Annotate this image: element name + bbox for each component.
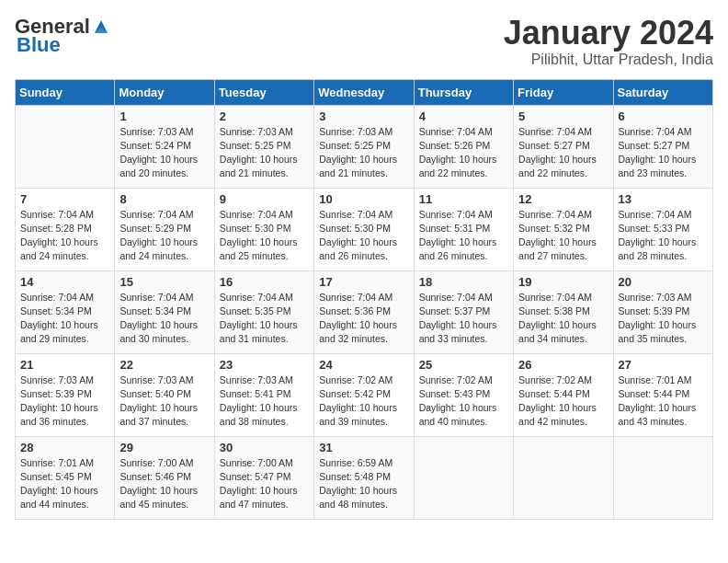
- day-header-tuesday: Tuesday: [214, 79, 313, 105]
- calendar-cell: 8Sunrise: 7:04 AM Sunset: 5:29 PM Daylig…: [115, 188, 214, 270]
- day-number: 3: [319, 109, 408, 123]
- day-number: 17: [319, 275, 408, 289]
- day-info: Sunrise: 7:04 AM Sunset: 5:27 PM Dayligh…: [619, 125, 708, 181]
- page-header: General Blue January 2024 Pilibhit, Utta…: [15, 15, 713, 68]
- day-info: Sunrise: 7:04 AM Sunset: 5:36 PM Dayligh…: [319, 291, 408, 347]
- day-header-saturday: Saturday: [613, 79, 712, 105]
- day-number: 4: [419, 109, 508, 123]
- day-info: Sunrise: 7:01 AM Sunset: 5:45 PM Dayligh…: [20, 456, 109, 512]
- day-info: Sunrise: 7:03 AM Sunset: 5:39 PM Dayligh…: [619, 291, 708, 347]
- day-info: Sunrise: 7:04 AM Sunset: 5:34 PM Dayligh…: [119, 291, 209, 347]
- day-info: Sunrise: 7:04 AM Sunset: 5:34 PM Dayligh…: [20, 291, 109, 347]
- day-info: Sunrise: 7:04 AM Sunset: 5:37 PM Dayligh…: [419, 291, 508, 347]
- calendar-cell: 31Sunrise: 6:59 AM Sunset: 5:48 PM Dayli…: [314, 436, 414, 519]
- day-number: 22: [119, 358, 209, 372]
- title-block: January 2024 Pilibhit, Uttar Pradesh, In…: [504, 15, 713, 68]
- calendar-cell: 9Sunrise: 7:04 AM Sunset: 5:30 PM Daylig…: [214, 188, 313, 270]
- day-info: Sunrise: 7:04 AM Sunset: 5:26 PM Dayligh…: [419, 125, 508, 181]
- day-info: Sunrise: 7:04 AM Sunset: 5:27 PM Dayligh…: [518, 125, 608, 181]
- calendar-cell: 12Sunrise: 7:04 AM Sunset: 5:32 PM Dayli…: [514, 188, 613, 270]
- day-number: 23: [220, 358, 309, 372]
- day-number: 26: [518, 358, 608, 372]
- day-info: Sunrise: 7:03 AM Sunset: 5:40 PM Dayligh…: [119, 373, 209, 430]
- day-number: 24: [319, 358, 408, 372]
- calendar-table: SundayMondayTuesdayWednesdayThursdayFrid…: [15, 79, 713, 520]
- day-info: Sunrise: 7:04 AM Sunset: 5:33 PM Dayligh…: [619, 208, 708, 264]
- calendar-cell: 1Sunrise: 7:03 AM Sunset: 5:24 PM Daylig…: [115, 105, 214, 188]
- calendar-cell: 29Sunrise: 7:00 AM Sunset: 5:46 PM Dayli…: [115, 436, 214, 519]
- day-info: Sunrise: 7:01 AM Sunset: 5:44 PM Dayligh…: [619, 373, 708, 430]
- calendar-cell: 20Sunrise: 7:03 AM Sunset: 5:39 PM Dayli…: [613, 270, 712, 353]
- day-number: 21: [20, 358, 109, 372]
- day-number: 13: [619, 192, 708, 206]
- day-number: 14: [20, 275, 109, 289]
- calendar-cell: 14Sunrise: 7:04 AM Sunset: 5:34 PM Dayli…: [16, 270, 115, 353]
- week-row-2: 7Sunrise: 7:04 AM Sunset: 5:28 PM Daylig…: [16, 188, 713, 270]
- day-number: 31: [319, 441, 408, 454]
- calendar-cell: 16Sunrise: 7:04 AM Sunset: 5:35 PM Dayli…: [214, 270, 313, 353]
- calendar-cell: 11Sunrise: 7:04 AM Sunset: 5:31 PM Dayli…: [414, 188, 513, 270]
- month-year-title: January 2024: [504, 15, 713, 52]
- day-info: Sunrise: 7:00 AM Sunset: 5:47 PM Dayligh…: [220, 456, 309, 512]
- calendar-cell: [514, 436, 613, 519]
- day-info: Sunrise: 7:04 AM Sunset: 5:30 PM Dayligh…: [220, 208, 309, 264]
- calendar-cell: 15Sunrise: 7:04 AM Sunset: 5:34 PM Dayli…: [115, 270, 214, 353]
- day-number: 15: [119, 275, 209, 289]
- day-number: 7: [20, 192, 109, 206]
- day-info: Sunrise: 7:04 AM Sunset: 5:31 PM Dayligh…: [419, 208, 508, 264]
- day-number: 27: [619, 358, 708, 372]
- day-number: 11: [419, 192, 508, 206]
- location-subtitle: Pilibhit, Uttar Pradesh, India: [504, 52, 713, 68]
- calendar-cell: 6Sunrise: 7:04 AM Sunset: 5:27 PM Daylig…: [613, 105, 712, 188]
- day-number: 30: [220, 441, 309, 454]
- day-info: Sunrise: 7:03 AM Sunset: 5:41 PM Dayligh…: [220, 373, 309, 430]
- calendar-cell: 7Sunrise: 7:04 AM Sunset: 5:28 PM Daylig…: [16, 188, 115, 270]
- calendar-cell: [414, 436, 513, 519]
- day-header-sunday: Sunday: [16, 79, 115, 105]
- logo-icon: [91, 17, 111, 37]
- day-number: 2: [220, 109, 309, 123]
- day-number: 12: [518, 192, 608, 206]
- calendar-cell: 22Sunrise: 7:03 AM Sunset: 5:40 PM Dayli…: [115, 353, 214, 436]
- calendar-cell: [613, 436, 712, 519]
- day-number: 19: [518, 275, 608, 289]
- calendar-cell: 10Sunrise: 7:04 AM Sunset: 5:30 PM Dayli…: [314, 188, 414, 270]
- calendar-cell: 21Sunrise: 7:03 AM Sunset: 5:39 PM Dayli…: [16, 353, 115, 436]
- calendar-cell: 28Sunrise: 7:01 AM Sunset: 5:45 PM Dayli…: [16, 436, 115, 519]
- week-row-4: 21Sunrise: 7:03 AM Sunset: 5:39 PM Dayli…: [16, 353, 713, 436]
- calendar-cell: 24Sunrise: 7:02 AM Sunset: 5:42 PM Dayli…: [314, 353, 414, 436]
- calendar-cell: 13Sunrise: 7:04 AM Sunset: 5:33 PM Dayli…: [613, 188, 712, 270]
- calendar-cell: 2Sunrise: 7:03 AM Sunset: 5:25 PM Daylig…: [214, 105, 313, 188]
- day-number: 29: [119, 441, 209, 454]
- day-number: 1: [119, 109, 209, 123]
- day-number: 18: [419, 275, 508, 289]
- calendar-cell: 26Sunrise: 7:02 AM Sunset: 5:44 PM Dayli…: [514, 353, 613, 436]
- day-number: 8: [119, 192, 209, 206]
- logo: General Blue: [15, 15, 111, 57]
- calendar-cell: 30Sunrise: 7:00 AM Sunset: 5:47 PM Dayli…: [214, 436, 313, 519]
- day-number: 28: [20, 441, 109, 454]
- calendar-header-row: SundayMondayTuesdayWednesdayThursdayFrid…: [16, 79, 713, 105]
- calendar-cell: 25Sunrise: 7:02 AM Sunset: 5:43 PM Dayli…: [414, 353, 513, 436]
- day-info: Sunrise: 7:00 AM Sunset: 5:46 PM Dayligh…: [119, 456, 209, 512]
- day-header-monday: Monday: [115, 79, 214, 105]
- day-number: 5: [518, 109, 608, 123]
- day-number: 20: [619, 275, 708, 289]
- calendar-cell: 27Sunrise: 7:01 AM Sunset: 5:44 PM Dayli…: [613, 353, 712, 436]
- calendar-cell: 4Sunrise: 7:04 AM Sunset: 5:26 PM Daylig…: [414, 105, 513, 188]
- week-row-5: 28Sunrise: 7:01 AM Sunset: 5:45 PM Dayli…: [16, 436, 713, 519]
- week-row-1: 1Sunrise: 7:03 AM Sunset: 5:24 PM Daylig…: [16, 105, 713, 188]
- calendar-cell: 19Sunrise: 7:04 AM Sunset: 5:38 PM Dayli…: [514, 270, 613, 353]
- day-header-thursday: Thursday: [414, 79, 513, 105]
- day-info: Sunrise: 7:03 AM Sunset: 5:25 PM Dayligh…: [319, 125, 408, 181]
- day-info: Sunrise: 7:04 AM Sunset: 5:30 PM Dayligh…: [319, 208, 408, 264]
- day-number: 25: [419, 358, 508, 372]
- day-info: Sunrise: 7:03 AM Sunset: 5:24 PM Dayligh…: [119, 125, 209, 181]
- calendar-cell: 3Sunrise: 7:03 AM Sunset: 5:25 PM Daylig…: [314, 105, 414, 188]
- day-number: 16: [220, 275, 309, 289]
- day-header-friday: Friday: [514, 79, 613, 105]
- day-info: Sunrise: 7:02 AM Sunset: 5:43 PM Dayligh…: [419, 373, 508, 430]
- logo-text-blue: Blue: [17, 33, 61, 57]
- day-info: Sunrise: 7:02 AM Sunset: 5:42 PM Dayligh…: [319, 373, 408, 430]
- day-info: Sunrise: 7:04 AM Sunset: 5:32 PM Dayligh…: [518, 208, 608, 264]
